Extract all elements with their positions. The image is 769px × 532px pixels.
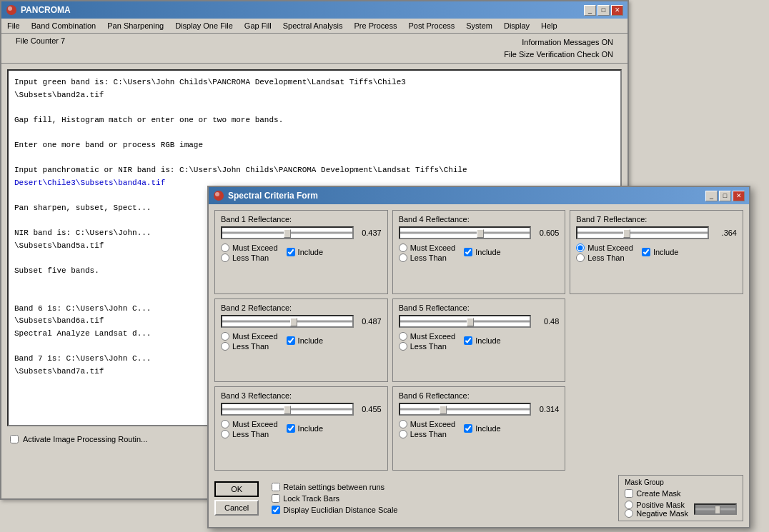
menu-system[interactable]: System bbox=[460, 20, 498, 31]
band4-label: Band 4 Reflectance: bbox=[399, 215, 560, 224]
band3-include-checkbox[interactable] bbox=[287, 424, 295, 433]
band7-must-exceed-radio[interactable] bbox=[576, 244, 585, 252]
band7-label: Band 7 Reflectance: bbox=[576, 215, 737, 224]
app-icon bbox=[6, 4, 17, 16]
svg-point-3 bbox=[215, 192, 219, 196]
lock-track-bars-checkbox[interactable] bbox=[272, 494, 280, 503]
band5-must-exceed-label: Must Exceed bbox=[410, 332, 456, 341]
band2-must-exceed-label: Must Exceed bbox=[232, 332, 278, 341]
dialog-body: Band 1 Reflectance: 0.437 Must Exceed bbox=[209, 204, 749, 527]
band5-box: Band 5 Reflectance: 0.48 Must Exceed bbox=[392, 298, 566, 383]
status-bar: File Counter 7 Information Messages ON F… bbox=[1, 34, 627, 64]
menu-band-combination[interactable]: Band Combination bbox=[26, 20, 102, 31]
retain-settings-checkbox[interactable] bbox=[272, 483, 280, 491]
band4-must-exceed-label: Must Exceed bbox=[410, 244, 456, 252]
band5-radio-group: Must Exceed Less Than bbox=[399, 332, 456, 351]
band1-slider[interactable] bbox=[221, 226, 354, 239]
band1-less-than-radio[interactable] bbox=[221, 254, 229, 262]
menu-post-process[interactable]: Post Process bbox=[402, 20, 460, 31]
cancel-button[interactable]: Cancel bbox=[214, 500, 259, 516]
band2-slider[interactable] bbox=[221, 315, 354, 328]
band4-must-exceed-radio[interactable] bbox=[399, 244, 407, 252]
activate-label: Activate Image Processing Routin... bbox=[23, 435, 147, 443]
activate-checkbox[interactable] bbox=[10, 435, 19, 443]
band6-include-label: Include bbox=[475, 424, 500, 433]
menu-help[interactable]: Help bbox=[535, 20, 563, 31]
band5-less-than-radio[interactable] bbox=[399, 342, 407, 351]
band3-label: Band 3 Reflectance: bbox=[221, 391, 382, 400]
band5-must-exceed-radio[interactable] bbox=[399, 332, 407, 341]
band4-include-checkbox[interactable] bbox=[464, 248, 472, 256]
menu-file[interactable]: File bbox=[1, 20, 26, 31]
band1-must-exceed-label: Must Exceed bbox=[232, 244, 278, 252]
band4-less-than-radio[interactable] bbox=[399, 254, 407, 262]
negative-mask-radio[interactable] bbox=[625, 509, 633, 518]
band2-less-than-label: Less Than bbox=[232, 342, 269, 351]
minimize-button[interactable]: _ bbox=[584, 5, 596, 16]
dialog-icon bbox=[213, 190, 224, 201]
ok-button[interactable]: OK bbox=[214, 481, 259, 497]
create-mask-label: Create Mask bbox=[636, 489, 680, 498]
band1-box: Band 1 Reflectance: 0.437 Must Exceed bbox=[214, 210, 388, 294]
band5-slider[interactable] bbox=[399, 315, 532, 328]
band7-include-checkbox[interactable] bbox=[642, 248, 650, 256]
dialog-maximize-button[interactable]: □ bbox=[719, 191, 731, 201]
close-button[interactable]: ✕ bbox=[611, 5, 623, 16]
band4-slider[interactable] bbox=[399, 226, 532, 239]
info-messages: Information Messages ON bbox=[504, 36, 613, 49]
dialog-minimize-button[interactable]: _ bbox=[705, 191, 718, 201]
menu-pan-sharpening[interactable]: Pan Sharpening bbox=[101, 20, 169, 31]
band6-less-than-radio[interactable] bbox=[399, 430, 407, 438]
menu-gap-fill[interactable]: Gap Fill bbox=[239, 20, 277, 31]
menu-display-one-file[interactable]: Display One File bbox=[169, 20, 239, 31]
band1-less-than-label: Less Than bbox=[232, 254, 269, 262]
band1-include-checkbox[interactable] bbox=[287, 248, 295, 256]
band6-include-checkbox[interactable] bbox=[464, 424, 472, 433]
band5-value: 0.48 bbox=[534, 317, 559, 326]
band6-radio-group: Must Exceed Less Than bbox=[399, 420, 456, 438]
display-euclidian-label: Display Euclidian Distance Scale bbox=[283, 506, 397, 514]
band3-slider[interactable] bbox=[221, 403, 354, 416]
retain-settings-label: Retain settings between runs bbox=[283, 483, 384, 491]
band4-box: Band 4 Reflectance: 0.605 Must Exceed bbox=[392, 210, 566, 294]
positive-mask-label: Positive Mask bbox=[636, 501, 685, 509]
band7-radio-group: Must Exceed Less Than bbox=[576, 244, 633, 262]
negative-mask-label: Negative Mask bbox=[636, 509, 688, 518]
display-euclidian-checkbox[interactable] bbox=[272, 506, 280, 514]
band6-must-exceed-radio[interactable] bbox=[399, 420, 407, 428]
band6-box: Band 6 Reflectance: 0.314 Must Exceed bbox=[392, 386, 566, 471]
band7-slider[interactable] bbox=[576, 226, 709, 239]
dialog-window: Spectral Criteria Form _ □ ✕ Band 1 Refl… bbox=[207, 186, 750, 528]
band2-must-exceed-radio[interactable] bbox=[221, 332, 229, 341]
dialog-close-button[interactable]: ✕ bbox=[733, 191, 745, 201]
band2-less-than-radio[interactable] bbox=[221, 342, 229, 351]
menu-spectral-analysis[interactable]: Spectral Analysis bbox=[277, 20, 349, 31]
file-counter: File Counter 7 bbox=[16, 36, 65, 60]
band1-must-exceed-radio[interactable] bbox=[221, 244, 229, 252]
band2-radio-group: Must Exceed Less Than bbox=[221, 332, 278, 351]
file-size-check: File Size Verification Check ON bbox=[504, 49, 613, 61]
band2-label: Band 2 Reflectance: bbox=[221, 303, 382, 312]
band2-box: Band 2 Reflectance: 0.487 Must Exceed bbox=[214, 298, 388, 383]
band6-slider[interactable] bbox=[399, 403, 532, 416]
maximize-button[interactable]: □ bbox=[597, 5, 610, 16]
band7-must-exceed-label: Must Exceed bbox=[587, 244, 633, 252]
svg-point-1 bbox=[8, 6, 12, 11]
band2-include-checkbox[interactable] bbox=[287, 336, 295, 345]
menu-pre-process[interactable]: Pre Process bbox=[349, 20, 403, 31]
create-mask-checkbox[interactable] bbox=[625, 489, 633, 498]
positive-mask-radio[interactable] bbox=[625, 501, 633, 509]
band3-must-exceed-radio[interactable] bbox=[221, 420, 229, 428]
band7-less-than-radio[interactable] bbox=[576, 254, 585, 262]
band4-radio-group: Must Exceed Less Than bbox=[399, 244, 456, 262]
ok-cancel-buttons: OK Cancel bbox=[214, 481, 259, 516]
band3-less-than-radio[interactable] bbox=[221, 430, 229, 438]
band2-value: 0.487 bbox=[357, 317, 382, 326]
mask-slider[interactable] bbox=[694, 503, 737, 515]
band6-label: Band 6 Reflectance: bbox=[399, 391, 560, 400]
band5-include-checkbox[interactable] bbox=[464, 336, 472, 345]
menu-display[interactable]: Display bbox=[498, 20, 535, 31]
band6-must-exceed-label: Must Exceed bbox=[410, 420, 456, 428]
dialog-title-bar: Spectral Criteria Form _ □ ✕ bbox=[209, 187, 749, 204]
band2-include-label: Include bbox=[298, 336, 323, 345]
